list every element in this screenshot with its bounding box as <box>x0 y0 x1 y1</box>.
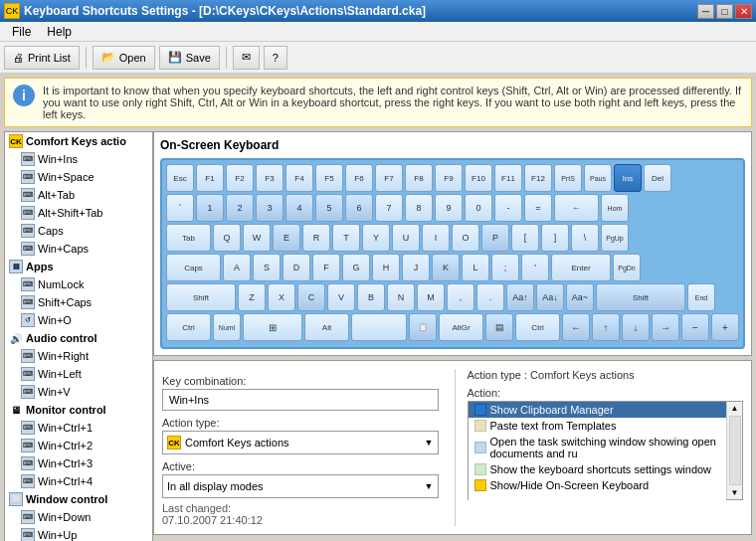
tree-item-winright[interactable]: ⌨ Win+Right <box>5 347 152 365</box>
action-item-4[interactable]: Show/Hide On-Screen Keyboard <box>469 477 727 493</box>
minimize-button[interactable]: ─ <box>697 4 714 19</box>
tree-item-caps[interactable]: ⌨ Caps <box>5 222 152 240</box>
key-2[interactable]: 2 <box>226 194 254 222</box>
key-t[interactable]: T <box>332 224 360 252</box>
key-backslash[interactable]: \ <box>571 224 599 252</box>
key-d[interactable]: D <box>283 254 310 281</box>
key-h[interactable]: H <box>372 254 400 281</box>
tree-item-winleft[interactable]: ⌨ Win+Left <box>5 365 152 383</box>
tree-item-winup[interactable]: ⌨ Win+Up <box>5 526 152 541</box>
key-f3[interactable]: F3 <box>256 164 284 192</box>
scroll-up-btn[interactable]: ▲ <box>729 402 741 415</box>
key-pause[interactable]: Paus <box>584 164 612 192</box>
key-z[interactable]: Z <box>238 283 266 311</box>
key-alt-l[interactable]: Alt <box>304 313 349 341</box>
action-list-scrollbar[interactable]: ▲ ▼ <box>726 402 742 499</box>
key-shift-l[interactable]: Shift <box>166 283 236 311</box>
key-aa2[interactable]: Aa↓ <box>536 283 564 311</box>
scroll-down-btn[interactable]: ▼ <box>729 486 741 499</box>
key-f10[interactable]: F10 <box>465 164 492 192</box>
key-minus-num[interactable]: − <box>681 313 709 341</box>
key-semicolon[interactable]: ; <box>491 254 519 281</box>
key-v[interactable]: V <box>327 283 355 311</box>
key-f2[interactable]: F2 <box>226 164 254 192</box>
key-backspace[interactable]: ← <box>554 194 599 222</box>
key-plus-num[interactable]: + <box>711 313 739 341</box>
key-5[interactable]: 5 <box>315 194 343 222</box>
key-4[interactable]: 4 <box>285 194 313 222</box>
key-shift-r[interactable]: Shift <box>596 283 685 311</box>
tree-item-winv[interactable]: ⌨ Win+V <box>5 383 152 401</box>
key-arrow-d[interactable]: ↓ <box>622 313 650 341</box>
menu-file[interactable]: File <box>4 23 39 41</box>
key-f1[interactable]: F1 <box>196 164 224 192</box>
key-m[interactable]: M <box>417 283 445 311</box>
key-f6[interactable]: F6 <box>345 164 373 192</box>
key-k[interactable]: K <box>432 254 460 281</box>
key-slash[interactable]: Aa↑ <box>506 283 534 311</box>
key-9[interactable]: 9 <box>435 194 463 222</box>
key-paste[interactable]: 📋 <box>409 313 437 341</box>
key-arrow-l[interactable]: ← <box>562 313 590 341</box>
tree-item-winct4[interactable]: ⌨ Win+Ctrl+4 <box>5 472 152 490</box>
tree-item-winins[interactable]: ⌨ Win+Ins <box>5 150 152 168</box>
key-f4[interactable]: F4 <box>285 164 313 192</box>
key-combination-input[interactable] <box>162 389 439 411</box>
key-f[interactable]: F <box>312 254 340 281</box>
tree-item-wincaps[interactable]: ⌨ Win+Caps <box>5 240 152 258</box>
key-ctrl-l[interactable]: Ctrl <box>166 313 211 341</box>
key-home[interactable]: Hom <box>601 194 629 222</box>
key-numl[interactable]: Numl <box>213 313 241 341</box>
active-select[interactable]: In all display modes ▼ <box>162 474 439 498</box>
key-p[interactable]: P <box>481 224 509 252</box>
print-button[interactable]: 🖨 Print List <box>4 46 80 70</box>
tree-item-monitor[interactable]: 🖥 Monitor control <box>5 401 152 419</box>
key-caps[interactable]: Caps <box>166 254 221 281</box>
key-altgr[interactable]: AltGr <box>439 313 483 341</box>
tree-item-root[interactable]: CK Comfort Keys actio <box>5 132 152 150</box>
tree-item-altshifttab[interactable]: ⌨ Alt+Shift+Tab <box>5 204 152 222</box>
key-end[interactable]: End <box>687 283 715 311</box>
tree-item-winct2[interactable]: ⌨ Win+Ctrl+2 <box>5 437 152 454</box>
key-f11[interactable]: F11 <box>494 164 522 192</box>
maximize-button[interactable]: □ <box>716 4 733 19</box>
key-3[interactable]: 3 <box>256 194 284 222</box>
tree-item-numlock[interactable]: ⌨ NumLock <box>5 275 152 293</box>
tree-item-alttab[interactable]: ⌨ Alt+Tab <box>5 186 152 204</box>
key-period[interactable]: . <box>476 283 504 311</box>
key-backtick[interactable]: ` <box>166 194 194 222</box>
key-f12[interactable]: F12 <box>524 164 552 192</box>
tree-item-winspace[interactable]: ⌨ Win+Space <box>5 168 152 186</box>
key-del[interactable]: Del <box>644 164 671 192</box>
key-ins[interactable]: Ins <box>614 164 642 192</box>
tree-item-shiftcaps[interactable]: ⌨ Shift+Caps <box>5 293 152 311</box>
key-s[interactable]: S <box>253 254 281 281</box>
key-x[interactable]: X <box>268 283 295 311</box>
key-n[interactable]: N <box>387 283 415 311</box>
key-ctrl-r[interactable]: Ctrl <box>515 313 560 341</box>
tree-item-apps[interactable]: ▤ Apps <box>5 258 152 275</box>
key-f7[interactable]: F7 <box>375 164 403 192</box>
key-j[interactable]: J <box>402 254 430 281</box>
key-q[interactable]: Q <box>213 224 241 252</box>
key-aa3[interactable]: Aa~ <box>566 283 594 311</box>
key-esc[interactable]: Esc <box>166 164 194 192</box>
key-f9[interactable]: F9 <box>435 164 463 192</box>
save-button[interactable]: 💾 Save <box>159 46 220 70</box>
key-pgup[interactable]: PgUp <box>601 224 629 252</box>
key-w[interactable]: W <box>243 224 271 252</box>
key-a[interactable]: A <box>223 254 251 281</box>
key-g[interactable]: G <box>342 254 370 281</box>
help-button[interactable]: ? <box>264 46 287 70</box>
key-arrow-u[interactable]: ↑ <box>592 313 620 341</box>
key-bracket-r[interactable]: ] <box>541 224 569 252</box>
key-o[interactable]: O <box>452 224 479 252</box>
key-l[interactable]: L <box>462 254 489 281</box>
tree-item-winct3[interactable]: ⌨ Win+Ctrl+3 <box>5 454 152 472</box>
key-space[interactable] <box>351 313 407 341</box>
tree-panel[interactable]: CK Comfort Keys actio ⌨ Win+Ins ⌨ Win+Sp… <box>4 131 153 541</box>
tree-item-winct1[interactable]: ⌨ Win+Ctrl+1 <box>5 419 152 437</box>
key-comma[interactable]: , <box>447 283 474 311</box>
tree-item-audio[interactable]: 🔊 Audio control <box>5 329 152 347</box>
key-arrow-r[interactable]: → <box>652 313 679 341</box>
